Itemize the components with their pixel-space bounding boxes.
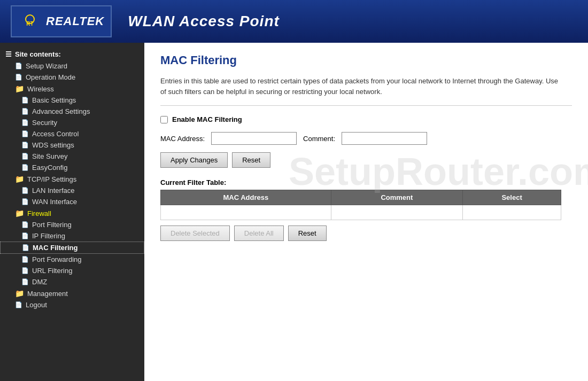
filter-table-section: Current Filter Table: MAC Address Commen…: [160, 178, 572, 241]
delete-buttons-row: Delete Selected Delete All Reset: [160, 226, 572, 241]
sidebar-item-port-forwarding[interactable]: 📄 Port Forwarding: [0, 254, 144, 265]
sidebar-label: WAN Interface: [32, 198, 77, 206]
sidebar-item-ip-filtering[interactable]: 📄 IP Filtering: [0, 230, 144, 242]
content-area: SetupRouter.com MAC Filtering Entries in…: [144, 43, 588, 381]
sidebar-label: Operation Mode: [26, 73, 75, 81]
sidebar: ☰ Site contents: 📄 Setup Wizard 📄 Operat…: [0, 43, 144, 381]
sidebar-label: MAC Filtering: [33, 244, 78, 252]
sidebar-item-dmz[interactable]: 📄 DMZ: [0, 276, 144, 287]
sidebar-item-tcpip-settings[interactable]: 📁 TCP/IP Settings: [0, 173, 144, 185]
sidebar-label: Management: [27, 290, 68, 298]
mac-address-row: MAC Address: Comment:: [160, 132, 572, 145]
filter-table-title: Current Filter Table:: [160, 178, 572, 186]
doc-icon: 📄: [21, 232, 29, 239]
comment-label: Comment:: [303, 135, 335, 143]
doc-icon: 📄: [21, 267, 29, 274]
header-title: WLAN Access Point: [128, 13, 280, 30]
sidebar-item-easyconfig[interactable]: 📄 EasyConfig: [0, 162, 144, 173]
sidebar-item-mac-filtering[interactable]: 📄 MAC Filtering: [0, 242, 144, 254]
sidebar-label: DMZ: [32, 278, 47, 286]
sidebar-item-operation-mode[interactable]: 📄 Operation Mode: [0, 72, 144, 83]
col-select: Select: [463, 190, 561, 205]
menu-icon: ☰: [5, 50, 12, 58]
folder-icon: 📁: [15, 289, 24, 298]
sidebar-label: Wireless: [27, 85, 54, 93]
sidebar-label: Port Forwarding: [32, 255, 81, 263]
enable-mac-checkbox[interactable]: [160, 116, 168, 123]
enable-filter-row: Enable MAC Filtering: [160, 115, 572, 123]
doc-icon: 📄: [15, 74, 22, 81]
sidebar-label: Security: [32, 119, 57, 127]
sidebar-label: Firewall: [27, 209, 51, 217]
doc-icon: 📄: [21, 187, 29, 194]
action-buttons-row: Apply Changes Reset: [160, 152, 572, 168]
logo-text: REALTEK: [46, 14, 104, 28]
doc-icon: 📄: [21, 221, 29, 228]
sidebar-item-site-survey[interactable]: 📄 Site Survey: [0, 151, 144, 162]
enable-mac-label: Enable MAC Filtering: [172, 115, 242, 123]
doc-icon: 📄: [15, 301, 22, 308]
main-layout: ☰ Site contents: 📄 Setup Wizard 📄 Operat…: [0, 43, 588, 381]
col-comment: Comment: [331, 190, 463, 205]
comment-input[interactable]: [342, 132, 427, 145]
sidebar-label: Site Survey: [32, 152, 67, 160]
col-mac-address: MAC Address: [161, 190, 331, 205]
folder-icon: 📁: [15, 209, 24, 217]
table-row-empty: [161, 205, 561, 220]
sidebar-label: URL Filtering: [32, 267, 72, 275]
sidebar-item-security[interactable]: 📄 Security: [0, 117, 144, 128]
doc-icon: 📄: [21, 164, 29, 171]
sidebar-label: Advanced Settings: [32, 107, 90, 115]
sidebar-label: IP Filtering: [32, 232, 65, 240]
filter-table: MAC Address Comment Select: [160, 190, 561, 220]
sidebar-item-logout[interactable]: 📄 Logout: [0, 299, 144, 310]
doc-icon: 📄: [21, 97, 29, 104]
cell-comment: [331, 205, 463, 220]
mac-address-label: MAC Address:: [160, 135, 205, 143]
doc-icon: 📄: [21, 278, 29, 285]
doc-icon: 📄: [21, 130, 29, 137]
cell-mac: [161, 205, 331, 220]
sidebar-item-url-filtering[interactable]: 📄 URL Filtering: [0, 265, 144, 276]
mac-address-input[interactable]: [211, 132, 297, 145]
delete-all-button[interactable]: Delete All: [234, 226, 284, 241]
site-contents-label: ☰ Site contents:: [0, 47, 144, 60]
doc-icon: 📄: [21, 108, 29, 115]
description-text: Entries in this table are used to restri…: [160, 76, 561, 97]
sidebar-item-access-control[interactable]: 📄 Access Control: [0, 128, 144, 139]
sidebar-item-wan-interface[interactable]: 📄 WAN Interface: [0, 196, 144, 207]
sidebar-item-setup-wizard[interactable]: 📄 Setup Wizard: [0, 60, 144, 72]
sidebar-item-wds-settings[interactable]: 📄 WDS settings: [0, 139, 144, 151]
divider: [160, 105, 572, 106]
sidebar-label: TCP/IP Settings: [27, 175, 76, 183]
doc-icon: 📄: [21, 119, 29, 126]
sidebar-label: WDS settings: [32, 141, 74, 149]
sidebar-item-advanced-settings[interactable]: 📄 Advanced Settings: [0, 106, 144, 117]
delete-selected-button[interactable]: Delete Selected: [160, 226, 230, 241]
reset-table-button[interactable]: Reset: [288, 226, 327, 241]
doc-icon: 📄: [21, 256, 29, 263]
doc-icon: 📄: [22, 244, 29, 251]
sidebar-item-firewall[interactable]: 📁 Firewall: [0, 207, 144, 219]
doc-icon: 📄: [15, 63, 22, 69]
sidebar-label: Logout: [26, 301, 47, 309]
sidebar-item-wireless[interactable]: 📁 Wireless: [0, 83, 144, 95]
header: RT REALTEK WLAN Access Point: [0, 0, 588, 43]
sidebar-item-basic-settings[interactable]: 📄 Basic Settings: [0, 95, 144, 106]
folder-icon: 📁: [15, 84, 24, 93]
sidebar-item-management[interactable]: 📁 Management: [0, 287, 144, 299]
sidebar-label: Setup Wizard: [26, 62, 67, 70]
sidebar-label: Access Control: [32, 130, 79, 138]
sidebar-label: Port Filtering: [32, 221, 72, 229]
sidebar-item-lan-interface[interactable]: 📄 LAN Interface: [0, 185, 144, 196]
logo-area: RT REALTEK: [11, 5, 112, 37]
sidebar-label: EasyConfig: [32, 164, 67, 172]
reset-button[interactable]: Reset: [232, 152, 270, 168]
sidebar-label: LAN Interface: [32, 186, 75, 195]
doc-icon: 📄: [21, 142, 29, 149]
sidebar-label: Basic Settings: [32, 96, 76, 104]
sidebar-item-port-filtering[interactable]: 📄 Port Filtering: [0, 219, 144, 230]
page-title: MAC Filtering: [160, 53, 572, 67]
apply-changes-button[interactable]: Apply Changes: [160, 152, 228, 168]
table-header-row: MAC Address Comment Select: [161, 190, 561, 205]
